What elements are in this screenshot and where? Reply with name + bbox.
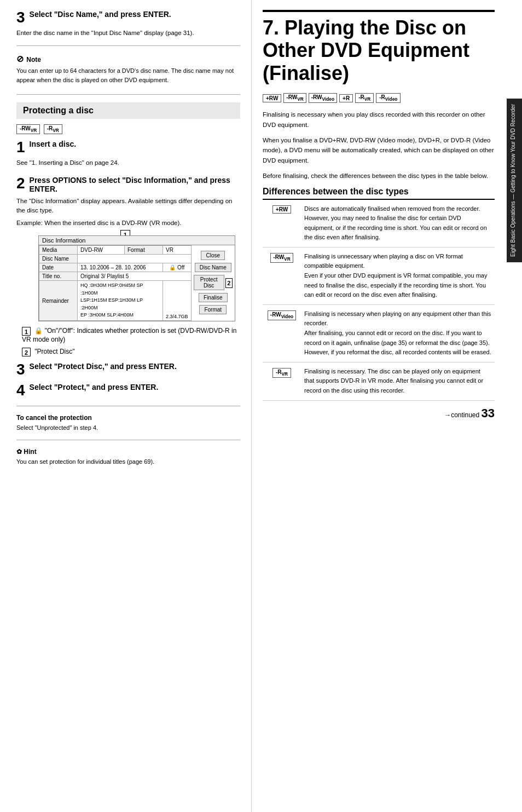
badge-rwvr-table: -RWVR	[270, 253, 293, 263]
disc-row-rvr: -RVR Finalising is necessary. The disc c…	[263, 362, 495, 400]
badge-plus-r: +R	[339, 94, 353, 102]
desc-plusrw: Discs are automatically finalised when r…	[301, 200, 495, 247]
diff-title: Differences between the disc types	[263, 187, 495, 200]
btn-format[interactable]: Format	[199, 305, 227, 314]
annotation-2-block: 2 "Protect Disc"	[22, 348, 240, 356]
step-3-heading: Select "Disc Name," and press ENTER.	[30, 10, 171, 19]
button-column: Close Disc Name Protect Disc 2 Finalise …	[192, 245, 235, 321]
step-3-body: Enter the disc name in the "Input Disc N…	[16, 28, 240, 38]
badge-cell-rwvr: -RWVR	[263, 247, 301, 304]
step-3-header: 3 Select "Disc Name," and press ENTER.	[16, 10, 240, 25]
step-3-top: 3 Select "Disc Name," and press ENTER. E…	[16, 10, 240, 38]
step-1-heading: Insert a disc.	[30, 140, 77, 148]
disc-info-table: Media DVD-RW Format VR Disc Name Date 13…	[39, 245, 192, 321]
cancel-block: To cancel the protection Select "Unprote…	[16, 414, 240, 433]
badge-cell-rvr: -RVR	[263, 362, 301, 400]
annotation-1-text: "On"/"Off": Indicates whether protection…	[22, 327, 236, 343]
label-format: Format	[125, 246, 163, 255]
disc-row-plusrw: +RW Discs are automatically finalised wh…	[263, 200, 495, 247]
cancel-text: Select "Unprotected" in step 4.	[16, 423, 240, 433]
side-tab: Eight Basic Operations — Getting to Know…	[507, 99, 522, 262]
divider-4	[16, 440, 240, 440]
divider-1	[16, 45, 240, 46]
divider-3	[16, 406, 240, 406]
note-block: ⊘ Note You can enter up to 64 characters…	[16, 54, 240, 84]
disc-info-row-date: Date 13. 10.2006 – 28. 10. 2006 🔒 Off	[39, 263, 192, 272]
badge-minus-rvideo-top: -RVideo	[376, 93, 401, 103]
step-4-block: 4 Select "Protect," and press ENTER.	[16, 383, 240, 398]
step-3b-heading: Select "Protect Disc," and press ENTER.	[30, 362, 177, 371]
btn-protect-row: Protect Disc 2	[194, 275, 233, 291]
intro-1: Finalising is necessary when you play di…	[263, 110, 495, 130]
btn-finalise[interactable]: Finalise	[199, 293, 227, 302]
step-3b-block: 3 Select "Protect Disc," and press ENTER…	[16, 362, 240, 377]
step-4-header: 4 Select "Protect," and press ENTER.	[16, 383, 240, 398]
value-titleno: Original 3/ Playlist 5	[78, 272, 192, 281]
step-1-body: See "1. Inserting a Disc" on page 24.	[16, 158, 240, 168]
protect-section-title: Protecting a disc	[23, 106, 94, 115]
divider-2	[16, 94, 240, 95]
note-text: You can enter up to 64 characters for a …	[16, 66, 240, 84]
disc-info-row-discname: Disc Name	[39, 255, 192, 263]
step-4-heading: Select "Protect," and press ENTER.	[30, 383, 159, 391]
note-icon: ⊘	[16, 54, 24, 64]
step-2-block: 2 Press OPTIONS to select "Disc Informat…	[16, 176, 240, 228]
badge-rvr-table: -RVR	[272, 368, 291, 378]
page-number: 33	[482, 406, 495, 420]
btn-discname[interactable]: Disc Name	[195, 263, 231, 272]
value-remainder: HQ :0H30M HSP:0H45M SP :1H00M LSP:1H15M …	[78, 281, 163, 321]
lock-icon: 🔒	[169, 264, 176, 270]
badge-plusrw-table: +RW	[272, 205, 291, 214]
step-2-header: 2 Press OPTIONS to select "Disc Informat…	[16, 176, 240, 193]
badge-plus-rw: +RW	[263, 94, 281, 102]
step-2-body2: Example: When the inserted disc is a DVD…	[16, 218, 240, 228]
lock-annotation-icon: 🔒	[34, 327, 43, 335]
label-date: Date	[39, 263, 78, 272]
badge-rwvr: -RWVR	[16, 124, 40, 134]
badge-rvr-protect: -RVR	[44, 124, 62, 134]
badge-minus-rwvr-top: -RWVR	[283, 93, 306, 103]
value-remainder-gb: 2.3/4.7GB	[163, 281, 192, 321]
continued-arrow: →continued	[444, 411, 479, 419]
intro-3: Before finalising, check the differences…	[263, 171, 495, 181]
continued-row: →continued 33	[263, 406, 495, 421]
chapter-title: 7. Playing the Disc on Other DVD Equipme…	[263, 10, 495, 84]
disc-info-screenshot: Disc Information Media DVD-RW Format VR …	[38, 235, 235, 321]
step-1-number: 1	[16, 140, 25, 155]
step-3b-number: 3	[16, 362, 25, 377]
hint-title: ✿ Hint	[16, 448, 240, 456]
step-2-body1: The "Disc Information" display appears. …	[16, 197, 240, 216]
protect-section-box: Protecting a disc	[16, 102, 240, 119]
step-1-block: 1 Insert a disc. See "1. Inserting a Dis…	[16, 140, 240, 168]
btn-protectdisc[interactable]: Protect Disc	[194, 275, 224, 290]
badge-minus-rvr-top: -RVR	[355, 93, 374, 103]
hint-block: ✿ Hint You can set protection for indivi…	[16, 448, 240, 467]
step-4-number: 4	[16, 383, 25, 398]
badge-minus-rwvideo-top: -RWVideo	[309, 93, 337, 103]
disc-info-screenshot-wrapper: 1 Disc Information Media DVD-RW Format V…	[27, 235, 240, 321]
badge-rwvideo-table: -RWVideo	[268, 310, 296, 320]
value-date: 13. 10.2006 – 28. 10. 2006	[78, 263, 163, 272]
badge-cell-rwvideo: -RWVideo	[263, 304, 301, 362]
label-2: 2	[225, 278, 233, 288]
annotation-1-block: 1 🔒 "On"/"Off": Indicates whether protec…	[22, 327, 240, 343]
step-2-heading: Press OPTIONS to select "Disc Informatio…	[30, 176, 230, 193]
step-1-header: 1 Insert a disc.	[16, 140, 240, 155]
intro-2: When you finalise a DVD+RW, DVD-RW (Vide…	[263, 135, 495, 165]
left-column: 3 Select "Disc Name," and press ENTER. E…	[0, 0, 252, 812]
step-3b-header: 3 Select "Protect Disc," and press ENTER…	[16, 362, 240, 377]
label-discname: Disc Name	[39, 255, 78, 263]
step-2-number: 2	[16, 176, 25, 191]
btn-close[interactable]: Close	[201, 251, 225, 260]
disc-info-row-titleno: Title no. Original 3/ Playlist 5	[39, 272, 192, 281]
disc-info-row-media: Media DVD-RW Format VR	[39, 246, 192, 255]
cancel-title: To cancel the protection	[16, 414, 240, 422]
page-container: 3 Select "Disc Name," and press ENTER. E…	[0, 0, 522, 812]
desc-rwvideo: Finalising is necessary when playing on …	[301, 304, 495, 362]
desc-rvr: Finalising is necessary. The disc can be…	[301, 362, 495, 400]
disc-table: +RW Discs are automatically finalised wh…	[263, 200, 495, 401]
label-titleno: Title no.	[39, 272, 78, 281]
annotation-2-num: 2	[22, 348, 31, 356]
annotation-1-num: 1	[22, 327, 31, 336]
disc-row-rwvideo: -RWVideo Finalising is necessary when pl…	[263, 304, 495, 362]
